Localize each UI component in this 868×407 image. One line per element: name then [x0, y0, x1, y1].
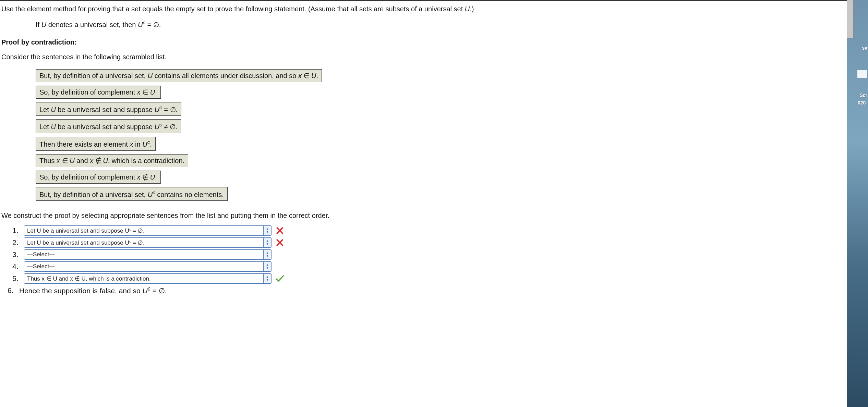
stepper-icon[interactable]: ▲▼ — [263, 238, 271, 247]
stepper-icon[interactable]: ▲▼ — [263, 262, 271, 271]
scrambled-sentence[interactable]: So, by definition of complement x ∉ U. — [36, 171, 161, 184]
scrambled-sentence[interactable]: So, by definition of complement x ∈ U. — [36, 86, 161, 99]
final-uc-sup: c — [148, 286, 150, 292]
scrambled-sentence[interactable]: But, by definition of a universal set, U… — [36, 69, 322, 82]
prompt-intro-end: .) — [470, 5, 474, 13]
ordered-row: 5.Thus x ∈ U and x ∉ U, which is a contr… — [12, 273, 833, 284]
question-content: Use the element method for proving that … — [0, 0, 847, 407]
ordered-num: 1. — [12, 226, 24, 235]
scrambled-sentence[interactable]: Let U be a universal set and suppose Uc … — [36, 102, 181, 116]
ordered-num: 4. — [12, 262, 24, 271]
stepper-icon[interactable]: ▲▼ — [263, 250, 271, 259]
claim-uc: U — [138, 21, 143, 28]
ordered-row: 2.Let U be a universal set and suppose U… — [12, 237, 833, 248]
ordered-proof-list: 1.Let U be a universal set and suppose U… — [12, 225, 833, 284]
select-value: Let U be a universal set and suppose Uᶜ … — [27, 227, 145, 234]
sidebar-thumb-icon[interactable] — [857, 70, 867, 78]
sidebar-label-year: 020- — [858, 100, 867, 106]
stepper-icon[interactable]: ▲▼ — [263, 274, 271, 283]
proof-step-select[interactable]: ---Select---▲▼ — [24, 261, 272, 272]
claim-pre: If — [36, 21, 41, 28]
right-sidebar: sa Scr 020- — [847, 0, 868, 407]
claim-sup: c — [143, 20, 145, 25]
claim-u: U — [41, 21, 46, 28]
select-value: ---Select--- — [27, 251, 55, 258]
stepper-icon[interactable]: ▲▼ — [263, 226, 271, 235]
ordered-row: 3.---Select---▲▼ — [12, 249, 833, 260]
proof-step-select[interactable]: ---Select---▲▼ — [24, 249, 272, 260]
final-uc-u: U — [143, 287, 148, 295]
page-root: Use the element method for proving that … — [0, 0, 868, 407]
final-num: 6. — [8, 286, 19, 295]
scrambled-sentence[interactable]: Let U be a universal set and suppose Uc … — [36, 119, 181, 133]
no-mark — [275, 262, 285, 271]
prompt-u: U — [465, 5, 470, 13]
ordered-num: 5. — [12, 274, 24, 283]
prompt-line: Use the element method for proving that … — [1, 4, 833, 14]
ordered-num: 3. — [12, 250, 24, 259]
wrong-icon — [275, 226, 285, 235]
proof-step-select[interactable]: Thus x ∈ U and x ∉ U, which is a contrad… — [24, 273, 272, 284]
ordered-row: 4.---Select---▲▼ — [12, 261, 833, 272]
claim-eq: = ∅. — [145, 21, 161, 28]
scrollbar-thumb[interactable] — [847, 0, 854, 38]
proof-step-select[interactable]: Let U be a universal set and suppose Uᶜ … — [24, 225, 272, 236]
prompt-intro: Use the element method for proving that … — [1, 5, 465, 13]
scrambled-sentence[interactable]: Thus x ∈ U and x ∉ U, which is a contrad… — [36, 154, 188, 167]
final-text: Hence the supposition is false, and so U… — [19, 286, 167, 295]
ordered-num: 2. — [12, 238, 24, 247]
final-pre: Hence the supposition is false, and so — [19, 287, 143, 295]
final-post: = ∅. — [150, 287, 167, 295]
scrambled-sentence[interactable]: Then there exists an element x in Uc. — [36, 137, 156, 151]
claim-mid: denotes a universal set, then — [46, 21, 138, 28]
proof-step-select[interactable]: Let U be a universal set and suppose Uᶜ … — [24, 237, 272, 248]
heading-construct: We construct the proof by selecting appr… — [1, 211, 833, 221]
select-value: ---Select--- — [27, 263, 55, 270]
sidebar-label-sc: Scr — [859, 92, 867, 98]
sidebar-label-sa: sa — [862, 45, 867, 51]
scrambled-sentence[interactable]: But, by definition of a universal set, U… — [36, 187, 228, 201]
no-mark — [275, 250, 285, 259]
select-value: Let U be a universal set and suppose Uᶜ … — [27, 239, 145, 246]
scrambled-list: But, by definition of a universal set, U… — [36, 67, 833, 203]
heading-proof: Proof by contradiction: — [1, 37, 833, 47]
heading-consider: Consider the sentences in the following … — [1, 52, 833, 62]
final-row: 6. Hence the supposition is false, and s… — [8, 286, 833, 295]
ordered-row: 1.Let U be a universal set and suppose U… — [12, 225, 833, 236]
select-value: Thus x ∈ U and x ∉ U, which is a contrad… — [27, 275, 151, 282]
claim-line: If U denotes a universal set, then Uc = … — [1, 19, 833, 30]
correct-icon — [275, 274, 285, 283]
wrong-icon — [275, 238, 285, 247]
